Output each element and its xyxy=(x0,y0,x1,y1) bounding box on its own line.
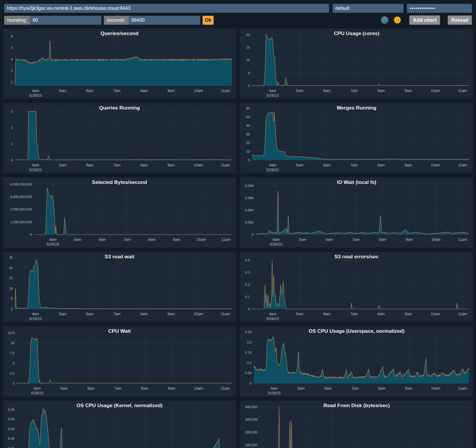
rounding-input[interactable] xyxy=(30,16,101,25)
chart-canvas[interactable]: 05101520254am5am6am7am8am9am10am11am5/29… xyxy=(3,252,236,322)
svg-text:200,000: 200,000 xyxy=(245,430,257,434)
chart-canvas[interactable]: 234564am5am6am7am8am9am10am11am5/29/23Qu… xyxy=(3,29,236,99)
svg-text:30: 30 xyxy=(246,132,250,136)
svg-text:3: 3 xyxy=(11,110,13,113)
svg-text:5/29/23: 5/29/23 xyxy=(266,317,279,321)
svg-text:7am: 7am xyxy=(113,89,120,93)
svg-text:0: 0 xyxy=(248,307,250,311)
connection-toolbar xyxy=(0,0,476,15)
svg-text:25: 25 xyxy=(9,256,13,259)
svg-text:8am: 8am xyxy=(140,163,148,167)
svg-text:6: 6 xyxy=(11,35,13,38)
svg-text:0.05: 0.05 xyxy=(8,408,15,411)
svg-text:9am: 9am xyxy=(173,238,180,242)
svg-text:11am: 11am xyxy=(221,89,230,93)
chart-canvas[interactable]: 0100,000200,000300,000400,0004am5am6am7a… xyxy=(240,401,473,448)
svg-text:7am: 7am xyxy=(113,163,120,167)
chart-canvas[interactable]: 00.10.20.30.44am5am6am7am8am9am10am11am5… xyxy=(240,252,473,322)
chart-panel: 234564am5am6am7am8am9am10am11am5/29/23Qu… xyxy=(3,29,236,99)
svg-text:4am: 4am xyxy=(269,163,276,167)
chart-title: OS CPU Usage (Userspace, normalized) xyxy=(309,328,404,334)
svg-text:6am: 6am xyxy=(87,386,94,391)
svg-text:6am: 6am xyxy=(323,312,330,316)
svg-text:9am: 9am xyxy=(405,386,412,391)
svg-text:10am: 10am xyxy=(430,89,440,93)
reload-button[interactable]: Reload xyxy=(448,15,472,25)
chart-canvas[interactable]: 00.0020.0040.0060.0084am5am6am7am8am9am1… xyxy=(240,177,473,248)
svg-text:4am: 4am xyxy=(49,238,57,242)
params-toolbar: rounding: seconds: Ok 🌚 🌞 Add chart Relo… xyxy=(0,15,476,26)
svg-text:20: 20 xyxy=(9,266,13,270)
password-input[interactable] xyxy=(407,4,472,13)
chart-title: CPU Usage (cores) xyxy=(334,31,379,36)
svg-text:6am: 6am xyxy=(325,238,333,242)
seconds-input[interactable] xyxy=(129,16,200,25)
svg-text:7am: 7am xyxy=(350,312,357,316)
chart-title: S3 read wait xyxy=(105,254,134,260)
svg-text:5am: 5am xyxy=(60,386,68,391)
svg-text:6am: 6am xyxy=(86,163,93,167)
chart-canvas[interactable]: 01,000,000,0002,000,000,0003,000,000,000… xyxy=(3,177,236,248)
svg-text:5am: 5am xyxy=(59,163,66,167)
svg-text:5am: 5am xyxy=(298,386,305,391)
svg-text:300,000: 300,000 xyxy=(245,418,257,421)
chart-panel: 05101520254am5am6am7am8am9am10am11am5/29… xyxy=(3,252,236,322)
svg-text:8am: 8am xyxy=(377,312,384,316)
chart-title: Merges Running xyxy=(337,105,376,111)
chart-title: Read From Disk (bytes/sec) xyxy=(323,403,390,408)
svg-text:4,000,000,000: 4,000,000,000 xyxy=(10,182,32,186)
svg-text:5am: 5am xyxy=(296,312,303,316)
svg-text:7am: 7am xyxy=(350,163,357,167)
svg-text:100,000: 100,000 xyxy=(245,443,257,447)
svg-text:5am: 5am xyxy=(296,163,303,167)
chart-canvas[interactable]: 01020304050604am5am6am7am8am9am10am11am5… xyxy=(240,103,473,173)
chart-canvas[interactable]: 00.050.10.150.20.254am5am6am7am8am9am10a… xyxy=(240,326,473,397)
svg-text:5am: 5am xyxy=(59,89,66,93)
svg-text:7.5: 7.5 xyxy=(10,351,15,355)
dark-theme-moon-icon[interactable]: 🌚 xyxy=(381,17,389,24)
svg-text:20: 20 xyxy=(246,33,250,37)
chart-canvas[interactable]: 01234am5am6am7am8am9am10am11am5/29/23Que… xyxy=(3,103,236,173)
chart-panel: 00.050.10.150.20.254am5am6am7am8am9am10a… xyxy=(240,326,473,397)
svg-text:8am: 8am xyxy=(140,89,148,93)
svg-text:9am: 9am xyxy=(405,163,412,167)
svg-text:0.008: 0.008 xyxy=(245,184,253,188)
svg-text:0.01: 0.01 xyxy=(8,447,15,448)
chart-canvas[interactable]: 00.010.020.030.040.054am5am6am7am8am9am1… xyxy=(3,401,236,448)
svg-text:50: 50 xyxy=(246,115,250,119)
light-theme-sun-icon[interactable]: 🌞 xyxy=(393,17,402,24)
svg-text:7am: 7am xyxy=(351,386,358,391)
svg-text:2.5: 2.5 xyxy=(10,371,15,375)
chart-canvas[interactable]: 02.557.51012.54am5am6am7am8am9am10am11am… xyxy=(3,326,236,397)
server-url-input[interactable] xyxy=(4,4,329,13)
chart-title: CPU Wait xyxy=(108,328,131,334)
svg-text:6am: 6am xyxy=(86,312,93,316)
svg-text:9am: 9am xyxy=(405,312,412,316)
svg-text:10: 10 xyxy=(11,341,15,345)
svg-text:4: 4 xyxy=(11,57,13,61)
svg-text:10am: 10am xyxy=(430,163,440,167)
svg-text:4am: 4am xyxy=(269,89,276,93)
svg-text:11am: 11am xyxy=(221,163,230,167)
svg-text:0: 0 xyxy=(11,307,13,311)
svg-text:5/29/23: 5/29/23 xyxy=(268,391,280,395)
chart-panel: 00.010.020.030.040.054am5am6am7am8am9am1… xyxy=(3,401,236,448)
svg-text:11am: 11am xyxy=(458,89,467,93)
svg-text:15: 15 xyxy=(9,276,13,280)
chart-canvas[interactable]: 051015204am5am6am7am8am9am10am11am5/29/2… xyxy=(240,29,473,99)
ok-button[interactable]: Ok xyxy=(203,16,214,25)
svg-text:10am: 10am xyxy=(430,312,440,316)
svg-text:15: 15 xyxy=(246,46,250,49)
svg-text:9am: 9am xyxy=(167,163,175,167)
add-chart-button[interactable]: Add chart xyxy=(409,15,440,25)
svg-text:5: 5 xyxy=(11,46,13,49)
svg-text:10am: 10am xyxy=(194,89,203,93)
svg-text:4am: 4am xyxy=(32,89,39,93)
svg-text:4am: 4am xyxy=(32,163,39,167)
svg-text:0.4: 0.4 xyxy=(245,258,250,262)
username-input[interactable] xyxy=(333,4,403,13)
svg-text:8am: 8am xyxy=(379,238,386,242)
svg-text:400,000: 400,000 xyxy=(245,405,257,409)
svg-text:11am: 11am xyxy=(221,238,230,242)
svg-text:5: 5 xyxy=(11,297,13,300)
